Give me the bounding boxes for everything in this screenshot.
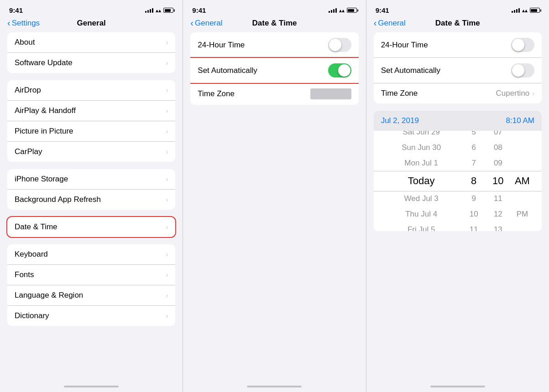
settings-group-inner-1: About › Software Update › — [7, 32, 175, 73]
row-language-region[interactable]: Language & Region › — [7, 285, 175, 306]
status-icons-1: ▴▴ — [145, 7, 173, 14]
status-time-2: 9:41 — [192, 6, 206, 14]
wifi-icon-2: ▴▴ — [339, 7, 345, 14]
picker-date-6: Fri Jul 5 — [408, 222, 435, 231]
nav-back-label-2[interactable]: General — [195, 19, 222, 28]
picker-hour-5: 10 — [470, 206, 478, 222]
battery-icon-3 — [530, 8, 540, 13]
row-24hour-2[interactable]: 24-Hour Time — [190, 32, 358, 58]
signal-icon-2 — [329, 8, 337, 13]
chevron-carplay: › — [166, 148, 168, 155]
row-iphone-storage[interactable]: iPhone Storage › — [7, 169, 175, 190]
row-airplay-handoff[interactable]: AirPlay & Handoff › — [7, 101, 175, 121]
row-keyboard[interactable]: Keyboard › — [7, 244, 175, 265]
row-software-update[interactable]: Software Update › — [7, 53, 175, 73]
picker-minute-4: 11 — [494, 191, 502, 206]
label-airdrop: AirDrop — [15, 86, 41, 95]
signal-icon-3 — [512, 8, 520, 13]
label-timezone-3: Time Zone — [381, 89, 418, 98]
nav-bar-3: ‹ General Date & Time — [366, 17, 549, 32]
back-chevron-2: ‹ — [190, 18, 193, 28]
settings-content-2: 24-Hour Time Set Automatically — [183, 32, 366, 383]
picker-col-ampm[interactable]: AM PM — [510, 131, 534, 231]
picker-date-5: Thu Jul 4 — [405, 206, 437, 222]
chevron-iphone-storage: › — [166, 175, 168, 183]
row-set-auto-2[interactable]: Set Automatically — [190, 58, 358, 83]
row-dictionary[interactable]: Dictionary › — [7, 306, 175, 326]
status-icons-3: ▴▴ — [512, 7, 540, 14]
picker-wheel[interactable]: Sat Jun 29 Sun Jun 30 Mon Jul 1 Today We… — [374, 131, 542, 231]
label-software-update: Software Update — [15, 58, 73, 67]
nav-back-label-3[interactable]: General — [378, 19, 405, 28]
nav-back-label-1[interactable]: Settings — [12, 19, 40, 28]
row-right-about: › — [166, 39, 168, 46]
label-24hour-3: 24-Hour Time — [381, 41, 428, 50]
chevron-background-app-refresh: › — [166, 196, 168, 203]
row-about[interactable]: About › — [7, 32, 175, 53]
label-date-time: Date & Time — [15, 222, 58, 232]
settings-group-inner-2: AirDrop › AirPlay & Handoff › Picture in… — [7, 80, 175, 162]
label-language-region: Language & Region — [15, 291, 83, 300]
toggle-set-auto-3[interactable] — [511, 63, 534, 77]
picker-hour-selected: 8 — [471, 171, 476, 191]
picker-date-1: Sun Jun 30 — [402, 140, 441, 155]
picker-ampm-5: PM — [517, 206, 528, 222]
row-fonts[interactable]: Fonts › — [7, 265, 175, 285]
settings-group-dt: 24-Hour Time Set Automatically — [183, 32, 366, 105]
picker-hour-6: 11 — [470, 222, 478, 231]
highlight-date-time: Date & Time › — [7, 217, 175, 237]
picker-ampm-0 — [521, 131, 523, 140]
row-picture-in-picture[interactable]: Picture in Picture › — [7, 121, 175, 142]
nav-title-3: Date & Time — [435, 19, 480, 28]
battery-icon-1 — [163, 8, 173, 13]
panel-date-time-on: 9:41 ▴▴ ‹ General Date & Time — [183, 0, 366, 392]
row-right-software-update: › — [166, 59, 168, 67]
picker-col-minute[interactable]: 07 08 09 10 11 12 13 — [486, 131, 510, 231]
row-airdrop[interactable]: AirDrop › — [7, 80, 175, 101]
picker-minute-2: 09 — [494, 155, 502, 171]
picker-minute-6: 13 — [494, 222, 502, 231]
row-right-timezone-3: Cupertino › — [496, 89, 534, 98]
nav-back-3[interactable]: ‹ General — [374, 18, 406, 28]
wifi-icon-3: ▴▴ — [522, 7, 528, 14]
picker-date-2: Mon Jul 1 — [404, 155, 438, 171]
nav-back-2[interactable]: ‹ General — [190, 18, 222, 28]
nav-title-2: Date & Time — [252, 19, 297, 28]
toggle-24hour-2[interactable] — [328, 38, 351, 52]
tz-value-right: Cupertino — [496, 89, 530, 98]
settings-group-2: AirDrop › AirPlay & Handoff › Picture in… — [0, 80, 183, 162]
picker-date-selected: Today — [408, 171, 435, 191]
home-bar-1 — [64, 386, 119, 387]
toggle-24hour-3[interactable] — [511, 38, 534, 52]
row-background-app-refresh[interactable]: Background App Refresh › — [7, 190, 175, 210]
settings-group-inner-dt: 24-Hour Time Set Automatically — [190, 32, 358, 105]
picker-col-hour[interactable]: 5 6 7 8 9 10 11 — [462, 131, 486, 231]
label-set-auto-2: Set Automatically — [198, 66, 257, 75]
panel-date-time-off: 9:41 ▴▴ ‹ General Date & Time — [366, 0, 549, 392]
row-carplay[interactable]: CarPlay › — [7, 142, 175, 162]
picker-date-4: Wed Jul 3 — [404, 191, 439, 206]
picker-minute-5: 12 — [494, 206, 502, 222]
picker-time: 8:10 AM — [506, 116, 534, 125]
toggle-set-auto-2[interactable] — [328, 63, 351, 77]
picker-hour-2: 7 — [471, 155, 476, 171]
row-timezone-3[interactable]: Time Zone Cupertino › — [374, 83, 542, 103]
row-timezone-2[interactable]: Time Zone Cupertino — [190, 83, 358, 105]
label-24hour-2: 24-Hour Time — [198, 41, 245, 50]
settings-group-3: iPhone Storage › Background App Refresh … — [0, 169, 183, 210]
row-date-time[interactable]: Date & Time › — [7, 217, 175, 237]
back-chevron-3: ‹ — [374, 18, 377, 28]
nav-title-1: General — [77, 19, 106, 28]
picker-ampm-selected: AM — [515, 171, 530, 191]
row-set-auto-3[interactable]: Set Automatically — [374, 58, 542, 83]
status-time-3: 9:41 — [376, 6, 389, 14]
settings-content-1: About › Software Update › AirDrop › — [0, 32, 183, 383]
label-picture-in-picture: Picture in Picture — [15, 127, 73, 136]
chevron-timezone-3: › — [532, 90, 534, 97]
date-time-picker[interactable]: Jul 2, 2019 8:10 AM Sat Jun 29 Sun Jun 3… — [374, 111, 542, 231]
picker-col-date[interactable]: Sat Jun 29 Sun Jun 30 Mon Jul 1 Today We… — [381, 131, 462, 231]
chevron-airdrop: › — [166, 87, 168, 94]
row-24hour-3[interactable]: 24-Hour Time — [374, 32, 542, 58]
nav-back-1[interactable]: ‹ Settings — [7, 18, 40, 28]
picker-highlight-row[interactable]: Jul 2, 2019 8:10 AM — [374, 111, 542, 131]
